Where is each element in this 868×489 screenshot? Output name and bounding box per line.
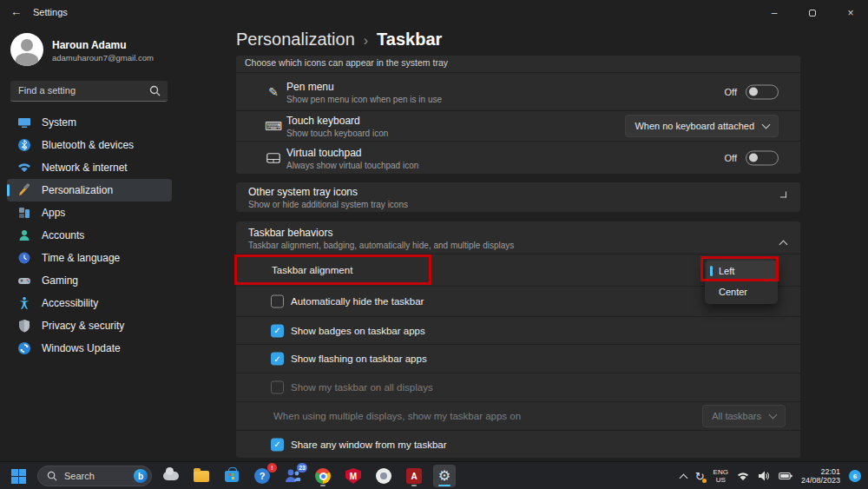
date-label: 24/08/2023 [801, 476, 840, 485]
breadcrumb-chevron-icon: › [364, 33, 368, 49]
time-label: 22:01 [820, 467, 840, 476]
battery-icon[interactable] [779, 472, 792, 480]
multi-display-dropdown: All taskbars [702, 405, 786, 427]
language-indicator[interactable]: ENG US [713, 468, 728, 484]
chevron-down-icon[interactable] [780, 192, 786, 198]
other-tray-card[interactable]: Other system tray icons Show or hide add… [236, 182, 800, 212]
show-flashing-checkbox[interactable]: ✓ [271, 353, 284, 366]
sidebar-item-label: Accessibility [42, 297, 98, 309]
sidebar-item-label: Gaming [42, 274, 78, 287]
other-tray-row[interactable]: Other system tray icons Show or hide add… [236, 182, 800, 212]
breadcrumb-personalization[interactable]: Personalization [236, 30, 355, 50]
sidebar-item-privacy[interactable]: Privacy & security [7, 314, 172, 337]
sidebar-item-network[interactable]: Network & internet [7, 156, 172, 179]
unknown-app-icon[interactable] [372, 465, 395, 487]
multi-display-dropdown-value: All taskbars [712, 411, 761, 421]
taskbar-behaviors-subtitle: Taskbar alignment, badging, automaticall… [248, 240, 514, 249]
back-icon[interactable]: ← [10, 5, 22, 18]
sidebar-item-apps[interactable]: Apps [7, 202, 172, 224]
tray-chevron-up[interactable] [681, 472, 687, 481]
virtual-touchpad-toggle[interactable] [746, 150, 779, 165]
clock[interactable]: 22:01 24/08/2023 [801, 467, 840, 485]
chrome-icon[interactable] [312, 465, 334, 487]
breadcrumb: Personalization › Taskbar [236, 30, 442, 50]
minimize-button[interactable]: – [757, 0, 792, 26]
file-explorer-icon[interactable] [190, 465, 213, 487]
volume-icon[interactable] [758, 471, 770, 481]
all-displays-checkbox: ✓ [271, 381, 284, 394]
get-help-icon[interactable]: ? ! [251, 465, 273, 487]
sidebar-item-label: Personalization [42, 184, 113, 196]
profile-email: adamuharoun7@gmail.com [52, 53, 154, 63]
sidebar-item-personalization[interactable]: Personalization [7, 179, 172, 202]
sidebar-item-label: Network & internet [42, 162, 128, 174]
taskbar: Search b ? ! 23 M A ⚙ ↻ ENG US [0, 461, 868, 489]
pen-menu-toggle-label: Off [725, 87, 737, 97]
close-button[interactable]: × [833, 0, 868, 26]
language-line2: US [716, 476, 726, 484]
sidebar-item-label: Windows Update [42, 342, 121, 354]
pen-menu-title: Pen menu [286, 80, 442, 92]
microsoft-store-icon[interactable] [220, 465, 243, 487]
pen-menu-subtitle: Show pen menu icon when pen is in use [286, 94, 442, 103]
sidebar-item-accessibility[interactable]: Accessibility [7, 292, 172, 314]
check-icon: ✓ [273, 440, 280, 449]
section-header-label: Choose which icons can appear in the sys… [245, 57, 448, 68]
close-icon: × [847, 7, 853, 19]
taskbar-behaviors-header-row[interactable]: Taskbar behaviors Taskbar alignment, bad… [236, 221, 800, 254]
sidebar-item-label: System [42, 116, 76, 129]
mcafee-icon[interactable]: M [342, 465, 365, 487]
auto-hide-checkbox[interactable]: ✓ [271, 295, 284, 308]
gear-icon: ⚙ [438, 469, 450, 483]
maximize-button[interactable] [795, 0, 830, 26]
sidebar-item-accounts[interactable]: Accounts [7, 224, 172, 247]
avatar[interactable] [10, 33, 43, 66]
window-title: Settings [33, 7, 68, 17]
sidebar-item-windows-update[interactable]: Windows Update [7, 337, 172, 360]
taskbar-behaviors-title: Taskbar behaviors [248, 226, 514, 238]
chevron-up-icon[interactable] [779, 240, 788, 248]
profile-name: Haroun Adamu [52, 39, 127, 51]
update-alert-dot [702, 479, 707, 483]
touch-keyboard-dropdown[interactable]: When no keyboard attached [625, 115, 779, 137]
taskbar-search-label: Search [64, 471, 127, 481]
sidebar: Haroun Adamu adamuharoun7@gmail.com Find… [0, 26, 226, 461]
search-input[interactable]: Find a setting [10, 81, 168, 102]
virtual-touchpad-toggle-label: Off [725, 153, 737, 163]
taskbar-search[interactable]: Search b [37, 466, 152, 486]
share-window-label: Share any window from my taskbar [291, 439, 447, 450]
chevron-down-icon [769, 411, 778, 420]
wifi-tray-icon[interactable] [737, 472, 749, 481]
sidebar-item-bluetooth[interactable]: Bluetooth & devices [7, 134, 172, 156]
share-window-checkbox[interactable]: ✓ [271, 438, 284, 451]
touch-keyboard-dropdown-value: When no keyboard attached [635, 121, 754, 131]
pen-menu-toggle[interactable] [746, 84, 779, 99]
multi-display-row: When using multiple displays, show my ta… [236, 401, 800, 430]
weather-widget-icon[interactable] [160, 465, 182, 487]
alignment-option-left[interactable]: Left [707, 261, 776, 281]
title-bar: ← Settings – × [0, 0, 868, 26]
show-badges-checkbox[interactable]: ✓ [271, 324, 284, 337]
show-flashing-row: ✓ Show flashing on taskbar apps [236, 344, 800, 373]
auto-hide-label: Automatically hide the taskbar [291, 296, 424, 307]
bluetooth-icon [17, 138, 31, 152]
sidebar-item-gaming[interactable]: Gaming [7, 269, 172, 292]
bing-icon: b [134, 469, 148, 483]
sidebar-item-time-language[interactable]: Time & language [7, 247, 172, 269]
sidebar-item-label: Apps [42, 207, 65, 219]
sync-update-icon[interactable]: ↻ [695, 470, 705, 483]
maximize-icon [809, 10, 816, 17]
apps-icon [17, 206, 31, 220]
show-badges-row: ✓ Show badges on taskbar apps [236, 316, 800, 344]
teams-icon[interactable]: 23 [281, 465, 304, 487]
sidebar-item-label: Accounts [42, 229, 84, 241]
notification-badge[interactable]: 6 [849, 470, 861, 482]
settings-app-icon[interactable]: ⚙ [433, 465, 456, 487]
acrobat-icon[interactable]: A [403, 465, 425, 487]
alignment-option-center[interactable]: Center [707, 281, 776, 302]
start-button[interactable] [7, 465, 30, 487]
sidebar-item-system[interactable]: System [7, 111, 172, 134]
alignment-option-center-label: Center [719, 287, 747, 297]
virtual-touchpad-subtitle: Always show virtual touchpad icon [286, 160, 418, 169]
personalization-brush-icon [17, 183, 31, 197]
